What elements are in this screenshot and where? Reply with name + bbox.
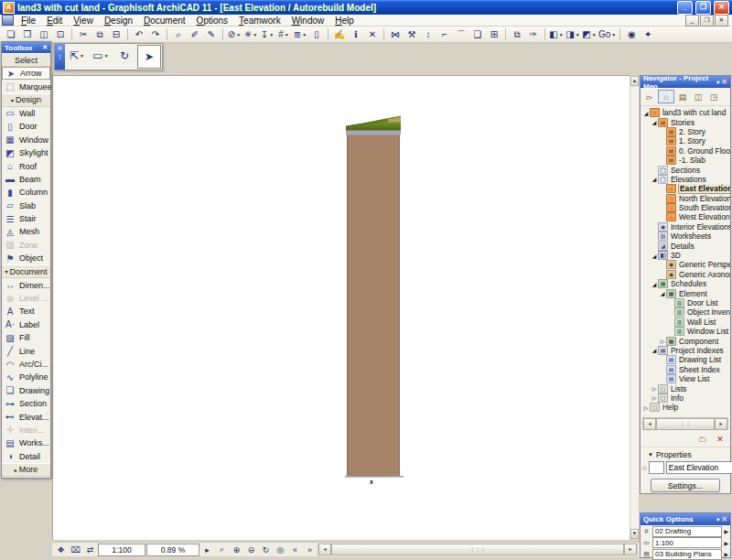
zoom-in-button[interactable]: ⊕: [230, 544, 243, 555]
child-restore-button[interactable]: ❐: [700, 15, 714, 27]
canvas-horizontal-scrollbar[interactable]: ◂⋮⋮⋮▸: [318, 544, 638, 555]
pan-button[interactable]: ⇄: [83, 544, 97, 555]
fillet-button[interactable]: ⌒: [453, 27, 469, 42]
tree-scroll-left-icon[interactable]: ◂: [643, 418, 656, 430]
collapsed-icon[interactable]: ▷: [659, 338, 666, 344]
tree-row[interactable]: ⌂East Elevation: [640, 184, 730, 193]
view-map-button[interactable]: ◧▼: [548, 27, 565, 42]
pet-palette-button[interactable]: ❖: [54, 544, 68, 555]
expanded-icon[interactable]: ◢: [651, 281, 658, 287]
toolbox-item-stair[interactable]: ☰Stair: [2, 212, 50, 225]
quick-options-close-icon[interactable]: ✕: [721, 515, 727, 523]
menu-options[interactable]: Options: [191, 15, 233, 27]
gravity-button[interactable]: ↧▼: [259, 27, 275, 42]
flyout-arrow-icon[interactable]: ▶: [724, 540, 728, 546]
menu-file[interactable]: File: [16, 15, 41, 27]
tree-row[interactable]: ▤1. Story: [640, 136, 730, 145]
zoom-level-button[interactable]: ⌕: [215, 544, 229, 555]
tree-row[interactable]: ◢▤Project Indexes: [640, 346, 730, 355]
collapsed-icon[interactable]: ▷: [651, 385, 658, 392]
adjust-button[interactable]: ⚒: [404, 27, 420, 42]
tree-row[interactable]: ▥Wall List: [640, 318, 730, 327]
toolbox-item-detail[interactable]: ◑Detail: [2, 450, 50, 463]
arrow-options-button[interactable]: ⇱▼: [66, 45, 88, 67]
toolbox-item-fill[interactable]: ▨Fill: [2, 331, 50, 344]
find-select-button[interactable]: ⌕: [170, 27, 187, 42]
view-map-icon[interactable]: ▤: [675, 91, 690, 102]
navigator-title-bar[interactable]: Navigator - Project Map ▾ ✕: [640, 76, 730, 88]
tree-row[interactable]: ▤Drawing List: [640, 355, 730, 364]
toolbox-item-slab[interactable]: ▱Slab: [2, 199, 50, 212]
id-field[interactable]: [649, 461, 664, 474]
element-information-button[interactable]: ℹ: [348, 27, 364, 42]
menu-teamwork[interactable]: Teamwork: [233, 15, 286, 27]
web-object-button[interactable]: ◉: [623, 27, 640, 42]
scroll-left-icon[interactable]: ◂: [318, 544, 331, 555]
menu-window[interactable]: Window: [286, 15, 330, 27]
mini-close-icon[interactable]: ✕: [58, 45, 63, 52]
tree-scroll-thumb[interactable]: ⋮⋮: [656, 418, 715, 430]
toolbox-item-beam[interactable]: ▬Beam: [2, 173, 50, 186]
scale-field[interactable]: 1:100: [98, 544, 145, 556]
suspend-groups-button[interactable]: ⊘▼: [226, 27, 242, 42]
tree-row[interactable]: ▤View List: [640, 374, 730, 383]
zoom-percent-field[interactable]: 0.89 %: [146, 544, 199, 556]
tree-scroll-right-icon[interactable]: ▸: [715, 418, 727, 430]
print-button[interactable]: ⊡: [52, 27, 69, 42]
canvas-vertical-scrollbar[interactable]: ▲ ▼: [630, 75, 640, 540]
tree-row[interactable]: ▥Window List: [640, 327, 730, 336]
toolbox-item-label[interactable]: A·Label: [2, 318, 50, 331]
expanded-icon[interactable]: ◢: [651, 119, 658, 125]
toolbox-item-arrow[interactable]: ➤Arrow: [2, 67, 50, 80]
dropdown-arrow-icon[interactable]: ▼: [80, 53, 84, 59]
toolbox-item-mesh[interactable]: ◬Mesh: [2, 225, 50, 238]
pick-up-parameters-button[interactable]: ✐: [187, 27, 203, 42]
toolbox-item-object[interactable]: ⚑Object: [2, 252, 50, 264]
tree-row[interactable]: ▥Object Inven: [640, 307, 730, 317]
delete-button[interactable]: ✕: [713, 433, 727, 445]
expanded-icon[interactable]: ◢: [651, 253, 658, 259]
intersect-button[interactable]: ⌐: [436, 27, 453, 42]
dropdown-arrow-icon[interactable]: ▼: [104, 53, 109, 59]
scroll-down-icon[interactable]: ▼: [630, 529, 639, 539]
inject-parameters-button[interactable]: ✎: [203, 27, 220, 42]
tree-row[interactable]: ▥Door List: [640, 298, 730, 307]
toolbox-item-works-[interactable]: ▤Works...: [2, 436, 50, 449]
publish-button[interactable]: ✑: [525, 27, 542, 42]
name-field[interactable]: [666, 461, 732, 474]
collapsed-icon[interactable]: ▷: [642, 404, 650, 411]
tree-horizontal-scrollbar[interactable]: ◂ ⋮⋮ ▸: [642, 417, 728, 430]
toolbox-section-design[interactable]: ▾Design: [2, 93, 50, 107]
toolbox-title-bar[interactable]: Toolbox ✕: [2, 42, 50, 53]
toolbox-item-door[interactable]: ▯Door: [2, 120, 50, 133]
quick-options-title-bar[interactable]: Quick Options ▾ ✕: [640, 513, 730, 525]
grid-display-button[interactable]: #▼: [275, 27, 292, 42]
quick-options-menu-icon[interactable]: ▾: [716, 516, 719, 522]
model-view-options-row[interactable]: ▤03 Building Plans▶: [640, 549, 730, 560]
toolbox-item-dimen-[interactable]: ↔Dimen...: [2, 278, 50, 291]
rotate-orientation-button[interactable]: ↻: [113, 45, 135, 67]
vertical-scroll-track[interactable]: [630, 86, 639, 529]
tree-row[interactable]: ▷▢Help: [640, 403, 730, 412]
toolbox-item-text[interactable]: AText: [2, 305, 50, 318]
project-chooser-icon[interactable]: ▻: [642, 91, 657, 102]
copy-button[interactable]: ⧉: [92, 27, 108, 42]
dropdown-arrow-icon[interactable]: ▼: [269, 32, 274, 38]
expand-button[interactable]: ▸: [200, 544, 214, 555]
menu-design[interactable]: Design: [99, 15, 138, 27]
expanded-icon[interactable]: ◢: [659, 290, 666, 296]
group-button[interactable]: ❑: [469, 27, 486, 42]
toolbox-section-document[interactable]: ▾Document: [2, 264, 50, 278]
trim-button[interactable]: ⋈: [387, 27, 404, 42]
fit-in-window-button[interactable]: ◎: [274, 544, 287, 555]
toolbox-section-more[interactable]: ▸More: [2, 463, 50, 477]
tree-row[interactable]: ◉Generic Perspective: [640, 260, 730, 269]
tree-row[interactable]: ◢◧3D: [640, 251, 730, 260]
tree-row[interactable]: ◢▤Stories: [640, 117, 730, 126]
scale-row[interactable]: ▭1:100▶: [640, 537, 730, 548]
minimize-button[interactable]: _: [677, 1, 693, 15]
new-folder-button[interactable]: 🗀: [695, 433, 710, 445]
flyout-arrow-icon[interactable]: ▶: [724, 528, 728, 534]
dropdown-arrow-icon[interactable]: ▼: [285, 32, 289, 38]
scroll-right-icon[interactable]: ▸: [624, 544, 637, 555]
